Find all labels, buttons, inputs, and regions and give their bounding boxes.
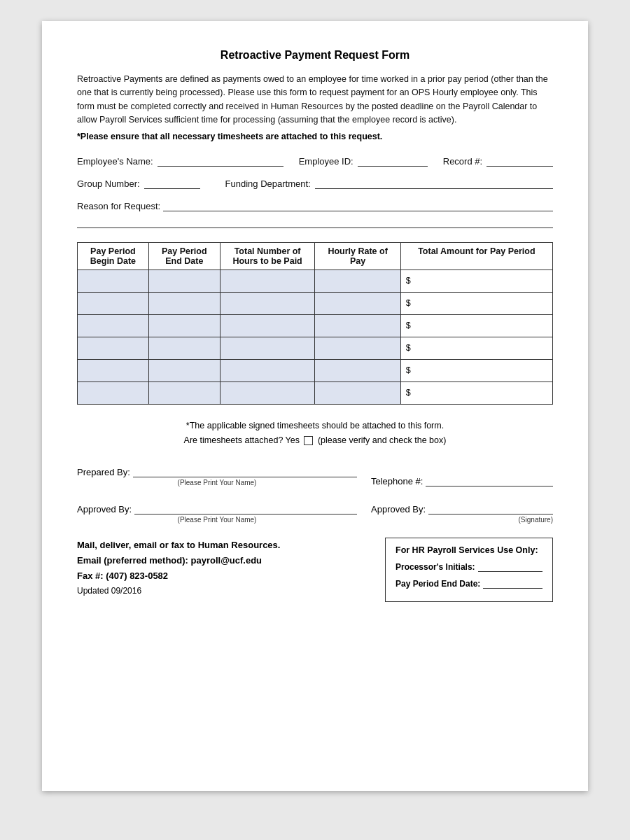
pay-period-end-row: Pay Period End Date:	[396, 578, 542, 589]
total-cell-4[interactable]: $	[400, 337, 552, 359]
employee-name-row: Employee's Name: Employee ID: Record #:	[77, 154, 553, 167]
timesheets-checkbox[interactable]	[304, 436, 313, 445]
header-end-date: Pay Period End Date	[148, 242, 220, 270]
group-number-input[interactable]	[144, 176, 200, 189]
approved-by2-label: Approved By:	[371, 504, 426, 514]
telephone-input[interactable]	[426, 474, 553, 486]
processor-initials-row: Processor's Initials:	[396, 561, 542, 572]
table-row: $	[78, 270, 553, 292]
reason-label: Reason for Request:	[77, 201, 160, 211]
total-cell-3[interactable]: $	[400, 314, 552, 337]
prepared-by-sub: (Please Print Your Name)	[77, 479, 357, 486]
employee-id-label: Employee ID:	[299, 156, 354, 167]
hr-box-title: For HR Payroll Services Use Only:	[396, 545, 542, 555]
pay-period-table: Pay Period Begin Date Pay Period End Dat…	[77, 242, 553, 405]
group-number-label: Group Number:	[77, 178, 140, 189]
funding-dept-label: Funding Department:	[225, 178, 311, 189]
total-cell-6[interactable]: $	[400, 382, 552, 404]
table-row: $	[78, 292, 553, 314]
bottom-section: Mail, deliver, email or fax to Human Res…	[77, 538, 553, 602]
hours-cell-2[interactable]	[220, 292, 315, 314]
contact-info: Mail, deliver, email or fax to Human Res…	[77, 538, 371, 598]
footer-note: *The applicable signed timesheets should…	[77, 419, 553, 449]
hours-cell-6[interactable]	[220, 382, 315, 404]
hours-cell-4[interactable]	[220, 337, 315, 359]
group-funding-row: Group Number: Funding Department:	[77, 176, 553, 189]
rate-cell-4[interactable]	[315, 337, 400, 359]
employee-id-input[interactable]	[358, 154, 428, 167]
begin-date-cell-3[interactable]	[78, 314, 149, 337]
rate-cell-2[interactable]	[315, 292, 400, 314]
hours-cell-1[interactable]	[220, 270, 315, 292]
footer-line1: *The applicable signed timesheets should…	[77, 419, 553, 433]
table-row: $	[78, 382, 553, 404]
employee-name-input[interactable]	[158, 154, 284, 167]
prepared-by-input[interactable]	[133, 465, 357, 477]
header-total: Total Amount for Pay Period	[400, 242, 552, 270]
hr-payroll-box: For HR Payroll Services Use Only: Proces…	[385, 538, 553, 602]
table-row: $	[78, 314, 553, 337]
approved-by-print-input[interactable]	[134, 502, 357, 514]
processor-initials-input[interactable]	[478, 561, 542, 572]
signature-section: Prepared By: (Please Print Your Name) Te…	[77, 465, 553, 524]
rate-cell-3[interactable]	[315, 314, 400, 337]
begin-date-cell-2[interactable]	[78, 292, 149, 314]
approved-by-print-block: Approved By: (Please Print Your Name)	[77, 502, 357, 524]
begin-date-cell-1[interactable]	[78, 270, 149, 292]
prepared-by-block: Prepared By: (Please Print Your Name)	[77, 465, 357, 486]
rate-cell-1[interactable]	[315, 270, 400, 292]
contact-line2: Email (preferred method): payroll@ucf.ed…	[77, 553, 371, 568]
intro-paragraph: Retroactive Payments are defined as paym…	[77, 73, 553, 127]
total-cell-2[interactable]: $	[400, 292, 552, 314]
table-row: $	[78, 337, 553, 359]
contact-line1: Mail, deliver, email or fax to Human Res…	[77, 538, 371, 553]
total-cell-5[interactable]: $	[400, 359, 552, 382]
pay-period-end-input[interactable]	[483, 578, 542, 589]
hours-cell-3[interactable]	[220, 314, 315, 337]
approved-by-sig-block: Approved By: (Signature)	[371, 502, 553, 524]
processor-initials-label: Processor's Initials:	[396, 562, 475, 572]
prepared-by-label: Prepared By:	[77, 467, 130, 477]
begin-date-cell-6[interactable]	[78, 382, 149, 404]
record-label: Record #:	[443, 156, 482, 167]
end-date-cell-6[interactable]	[148, 382, 220, 404]
header-rate: Hourly Rate of Pay	[315, 242, 400, 270]
table-row: $	[78, 359, 553, 382]
form-page: Retroactive Payment Request Form Retroac…	[42, 21, 588, 791]
total-cell-1[interactable]: $	[400, 270, 552, 292]
record-input[interactable]	[486, 154, 553, 167]
contact-line4: Updated 09/2016	[77, 584, 371, 598]
prepared-telephone-row: Prepared By: (Please Print Your Name) Te…	[77, 465, 553, 486]
begin-date-cell-5[interactable]	[78, 359, 149, 382]
begin-date-cell-4[interactable]	[78, 337, 149, 359]
rate-cell-5[interactable]	[315, 359, 400, 382]
rate-cell-6[interactable]	[315, 382, 400, 404]
approved-by-sig-input[interactable]	[428, 502, 553, 514]
hours-cell-5[interactable]	[220, 359, 315, 382]
header-begin-date: Pay Period Begin Date	[78, 242, 149, 270]
reason-row: Reason for Request:	[77, 199, 553, 211]
telephone-block: Telephone #:	[371, 474, 553, 486]
approved-by2-sub: (Signature)	[371, 516, 553, 524]
pay-period-end-label: Pay Period End Date:	[396, 579, 480, 589]
header-hours: Total Number of Hours to be Paid	[220, 242, 315, 270]
end-date-cell-2[interactable]	[148, 292, 220, 314]
end-date-cell-1[interactable]	[148, 270, 220, 292]
employee-name-label: Employee's Name:	[77, 156, 153, 167]
funding-dept-input[interactable]	[315, 176, 553, 189]
contact-line3: Fax #: (407) 823-0582	[77, 568, 371, 584]
approved-row: Approved By: (Please Print Your Name) Ap…	[77, 502, 553, 524]
intro-bold-note: *Please ensure that all necessary timesh…	[77, 132, 553, 141]
reason-input[interactable]	[163, 199, 553, 211]
end-date-cell-5[interactable]	[148, 359, 220, 382]
footer-line2: Are timesheets attached? Yes (please ver…	[77, 433, 553, 448]
reason-extra-line[interactable]	[77, 216, 553, 228]
end-date-cell-4[interactable]	[148, 337, 220, 359]
form-title: Retroactive Payment Request Form	[77, 49, 553, 62]
approved-by-label: Approved By:	[77, 504, 132, 514]
approved-by-sub: (Please Print Your Name)	[77, 516, 357, 524]
telephone-label: Telephone #:	[371, 476, 423, 486]
end-date-cell-3[interactable]	[148, 314, 220, 337]
